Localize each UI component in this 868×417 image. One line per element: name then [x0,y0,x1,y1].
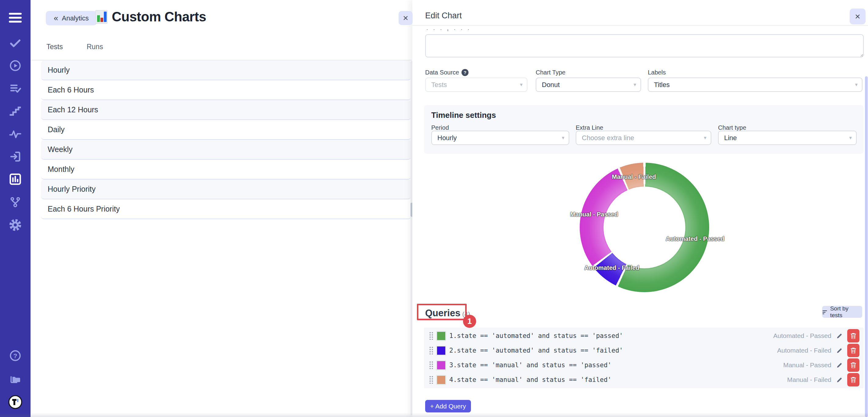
edit-pencil-icon[interactable] [836,332,843,339]
tab-tests[interactable]: Tests [46,43,63,51]
chevron-down-icon: ▾ [520,82,523,88]
edit-pencil-icon[interactable] [836,362,843,368]
pulse-icon[interactable] [9,128,22,141]
query-row: 1.state == 'automated' and status == 'pa… [424,328,864,343]
period-label: Period [431,124,449,131]
timeline-chart-type-label: Chart type [718,124,746,131]
list-check-icon[interactable] [9,82,22,95]
color-swatch[interactable] [436,331,446,341]
chevron-down-icon: ▾ [704,135,707,141]
chart-type-select[interactable]: Donut ▾ [536,77,641,92]
list-item[interactable]: Hourly [41,60,411,80]
query-row: 3.state == 'manual' and status == 'passe… [424,358,864,373]
tab-runs[interactable]: Runs [87,43,103,51]
queries-heading: Queries(4) [425,308,470,319]
chevron-down-icon: ▾ [562,135,564,141]
help-icon[interactable]: ? [9,349,22,362]
add-query-button[interactable]: + Add Query [425,400,471,412]
branch-icon[interactable] [9,196,22,208]
sidebar: ? [0,0,31,417]
trash-icon [850,333,856,339]
labels-label: Labels [648,69,666,76]
query-expression: 1.state == 'automated' and status == 'pa… [449,332,623,340]
play-circle-icon[interactable] [9,59,22,72]
page-title: Custom Charts [112,9,206,25]
query-expression: 2.state == 'automated' and status == 'fa… [449,347,623,354]
extra-line-label: Extra Line [576,124,603,131]
page-title-wrap: Custom Charts [95,9,206,25]
query-expression: 4.state == 'manual' and status == 'faile… [449,376,612,383]
data-source-help-icon[interactable]: ? [462,69,468,76]
drawer-close-button[interactable]: × [850,8,866,25]
color-swatch[interactable] [436,346,446,356]
list-item[interactable]: Weekly [41,140,411,160]
donut-ring[interactable] [580,163,709,292]
list-item[interactable]: Daily [41,120,411,140]
drag-handle-icon[interactable] [429,361,434,369]
delete-query-button[interactable] [847,373,860,386]
trash-icon [850,362,856,368]
svg-text:?: ? [13,352,18,359]
chevron-down-icon: ▾ [849,135,852,141]
list-item[interactable]: Hourly Priority [41,180,411,199]
drawer-scrollbar-thumb[interactable] [865,76,868,417]
custom-charts-panel: « Analytics Custom Charts Tests Runs Hou… [31,0,413,417]
edit-pencil-icon[interactable] [836,376,843,383]
query-title: Manual - Passed [783,361,831,369]
query-title: Automated - Failed [777,347,831,354]
delete-query-button[interactable] [847,358,860,372]
bar-chart-icon[interactable] [8,172,22,186]
drag-handle-icon[interactable] [429,347,434,354]
timeline-chart-type-select[interactable]: Line ▾ [718,131,857,145]
period-select[interactable]: Hourly ▾ [431,131,569,145]
drag-handle-icon[interactable] [429,332,434,340]
list-item[interactable]: Monthly [41,160,411,180]
description-textarea[interactable] [425,34,864,57]
bar-chart-emoji-icon [95,10,107,24]
stairs-icon[interactable] [9,105,22,118]
drawer-title: Edit Chart [425,11,462,21]
list-item[interactable]: Each 12 Hours [41,100,411,120]
clipped-description-label: . . . | . . . [426,29,549,33]
edit-chart-drawer: Edit Chart × . . . | . . . Data Source ?… [412,0,868,417]
timeline-settings-heading: Timeline settings [431,110,496,120]
chevron-down-icon: ▾ [855,82,858,88]
color-swatch[interactable] [436,360,446,370]
chevron-down-icon: ▾ [633,82,636,88]
folders-icon[interactable] [8,372,22,386]
data-source-select[interactable]: Tests ▾ [425,77,527,92]
back-to-analytics-button[interactable]: « Analytics [46,11,97,25]
trash-icon [850,347,856,353]
query-row: 2.state == 'automated' and status == 'fa… [424,343,864,358]
labels-select[interactable]: Titles ▾ [648,77,863,92]
gear-icon[interactable] [8,218,22,232]
menu-icon[interactable] [9,13,22,23]
edit-pencil-icon[interactable] [836,347,843,354]
delete-query-button[interactable] [847,329,860,343]
query-expression: 3.state == 'manual' and status == 'passe… [449,361,612,369]
annotation-step-badge: 1 [463,315,476,328]
close-icon: × [403,13,408,23]
sign-in-icon[interactable] [9,150,22,163]
donut-chart: Automated - PassedAutomated - FailedManu… [580,163,709,292]
sort-by-tests-button[interactable]: Sort by tests [822,306,862,318]
delete-query-button[interactable] [847,344,860,357]
extra-line-select[interactable]: Choose extra line ▾ [576,131,711,145]
check-icon[interactable] [9,37,22,50]
close-icon: × [855,11,860,22]
chart-type-label: Chart Type [536,69,565,76]
tabs: Tests Runs [46,43,103,51]
back-label: Analytics [62,14,89,22]
query-row: 4.state == 'manual' and status == 'faile… [424,373,864,387]
chart-list: Hourly Each 6 Hours Each 12 Hours Daily … [41,60,411,219]
drawer-header: Edit Chart × [412,0,868,26]
drawer-edge-close-button[interactable]: × [399,11,413,25]
list-item[interactable]: Each 6 Hours [41,80,411,100]
list-item[interactable]: Each 6 Hours Priority [41,199,411,219]
drag-handle-icon[interactable] [429,376,434,384]
logo[interactable] [8,395,23,409]
query-title: Manual - Failed [787,376,831,383]
data-source-label: Data Source ? [425,69,468,76]
color-swatch[interactable] [436,375,446,385]
trash-icon [850,377,856,383]
